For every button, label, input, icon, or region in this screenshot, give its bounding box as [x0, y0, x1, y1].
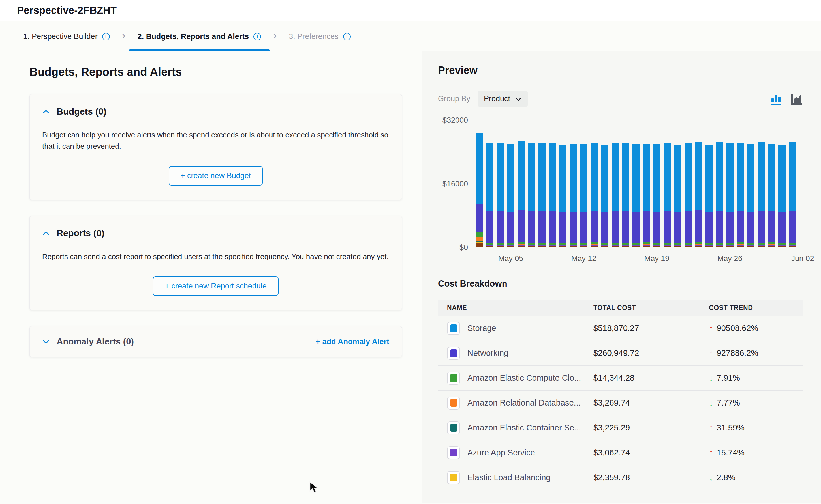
table-row[interactable]: Storage$518,870.27↑90508.62% — [438, 316, 803, 341]
bar-segment — [476, 133, 483, 204]
bar-segment — [496, 246, 504, 247]
tab-label: 2. Budgets, Reports and Alerts — [137, 32, 249, 41]
bar-segment — [507, 243, 514, 245]
bar-segment — [768, 144, 775, 211]
stacked-bar[interactable] — [789, 142, 796, 247]
stacked-bar[interactable] — [695, 142, 702, 247]
main-content: Budgets, Reports and Alerts Budgets (0) … — [0, 51, 821, 503]
stacked-bar[interactable] — [643, 144, 650, 247]
bar-segment — [538, 211, 546, 243]
bar-segment — [674, 212, 682, 243]
bar-segment — [737, 211, 744, 242]
tab-3[interactable]: 3. Preferencesi — [280, 21, 359, 51]
stacked-bar[interactable] — [653, 144, 661, 247]
bar-segment — [747, 243, 755, 245]
series-color-swatch — [447, 421, 460, 434]
stacked-bar[interactable] — [632, 144, 640, 247]
bar-segment — [643, 242, 650, 244]
bar-segment — [737, 242, 744, 244]
stacked-bar[interactable] — [611, 143, 619, 247]
create-report-schedule-button[interactable]: + create new Report schedule — [153, 276, 278, 296]
bar-segment — [778, 243, 786, 245]
chevron-up-icon[interactable] — [42, 109, 50, 114]
info-icon[interactable]: i — [343, 33, 351, 40]
stacked-bar[interactable] — [622, 143, 629, 247]
create-budget-button[interactable]: + create new Budget — [169, 166, 263, 186]
stacked-bar[interactable] — [674, 145, 682, 247]
bar-segment — [601, 246, 608, 247]
bar-segment — [590, 211, 598, 242]
page-title: Perspective-2FBZHT — [17, 5, 117, 16]
stacked-bar[interactable] — [507, 144, 514, 247]
reports-card-title[interactable]: Reports (0) — [57, 228, 104, 238]
stacked-bar[interactable] — [726, 143, 734, 247]
stacked-bar[interactable] — [538, 143, 546, 247]
bar-segment — [789, 211, 796, 243]
x-axis-label: May 26 — [717, 254, 743, 263]
bar-segment — [476, 237, 483, 240]
area-chart-icon[interactable] — [790, 92, 803, 105]
bar-segment — [685, 246, 692, 247]
info-icon[interactable]: i — [102, 33, 110, 40]
stacked-bar[interactable] — [549, 143, 556, 247]
bar-segment — [632, 246, 640, 247]
bar-segment — [622, 243, 629, 245]
table-row[interactable]: Networking$260,949.72↑927886.2% — [438, 341, 803, 366]
stacked-bar[interactable] — [747, 144, 755, 247]
stacked-bar[interactable] — [716, 142, 723, 247]
table-row[interactable]: Amazon Elastic Container Se...$3,225.29↑… — [438, 415, 803, 440]
table-row[interactable]: Amazon Elastic Compute Clo...$14,344.28↓… — [438, 366, 803, 391]
bar-segment — [517, 246, 525, 247]
row-cost-trend-cell: ↓7.91% — [709, 373, 803, 383]
stacked-bar[interactable] — [559, 145, 566, 247]
stacked-bar[interactable] — [685, 143, 692, 247]
stacked-bar[interactable] — [590, 143, 598, 247]
add-anomaly-alert-link[interactable]: + add Anomaly Alert — [316, 337, 389, 346]
table-row[interactable]: Elastic Load Balancing$2,359.78↓2.8% — [438, 465, 803, 490]
bar-segment — [538, 243, 546, 245]
group-by-dropdown[interactable]: Product — [478, 91, 528, 107]
bar-segment — [674, 243, 682, 245]
stacked-bar[interactable] — [569, 144, 577, 247]
bar-chart-icon[interactable] — [770, 92, 783, 105]
bar-segment — [653, 212, 661, 243]
stacked-bar[interactable] — [580, 144, 587, 247]
chevron-down-icon[interactable] — [42, 339, 50, 344]
bar-segment — [653, 243, 661, 245]
info-icon[interactable]: i — [254, 33, 261, 40]
stacked-bar[interactable] — [476, 133, 483, 247]
chevron-up-icon[interactable] — [42, 231, 50, 236]
bar-segment — [716, 243, 723, 245]
preview-title: Preview — [438, 64, 803, 76]
stacked-bar[interactable] — [768, 144, 775, 247]
bar-segment — [611, 211, 619, 243]
stacked-bar[interactable] — [528, 143, 535, 247]
table-row[interactable]: Amazon Relational Database...$3,269.74↓7… — [438, 391, 803, 415]
bar-segment — [695, 142, 702, 210]
bar-segment — [601, 212, 608, 243]
row-total-cost-cell: $3,062.74 — [593, 448, 709, 457]
stacked-bar[interactable] — [737, 143, 744, 247]
stacked-bar[interactable] — [705, 145, 713, 247]
bar-segment — [559, 243, 566, 245]
stacked-bar[interactable] — [758, 142, 765, 247]
stacked-bar[interactable] — [601, 145, 608, 247]
bar-segment — [726, 243, 734, 245]
bar-segment — [789, 243, 796, 245]
stacked-bar[interactable] — [664, 143, 671, 247]
bar-segment — [580, 212, 587, 243]
bar-segment — [726, 212, 734, 243]
series-color-swatch — [447, 471, 460, 484]
anomaly-alerts-title[interactable]: Anomaly Alerts (0) — [57, 337, 134, 347]
stacked-bar[interactable] — [496, 143, 504, 247]
table-row[interactable]: Azure App Service$3,062.74↑15.74% — [438, 440, 803, 465]
tab-2[interactable]: 2. Budgets, Reports and Alertsi — [129, 21, 270, 51]
budgets-card-title[interactable]: Budgets (0) — [57, 106, 106, 117]
stacked-bar[interactable] — [517, 141, 525, 247]
row-name-cell: Amazon Elastic Container Se... — [438, 421, 593, 434]
stacked-bar[interactable] — [486, 143, 493, 247]
tab-1[interactable]: 1. Perspective Builderi — [15, 21, 118, 51]
bar-segment — [643, 144, 650, 211]
stacked-bar[interactable] — [778, 145, 786, 247]
bar-segment — [632, 144, 640, 212]
